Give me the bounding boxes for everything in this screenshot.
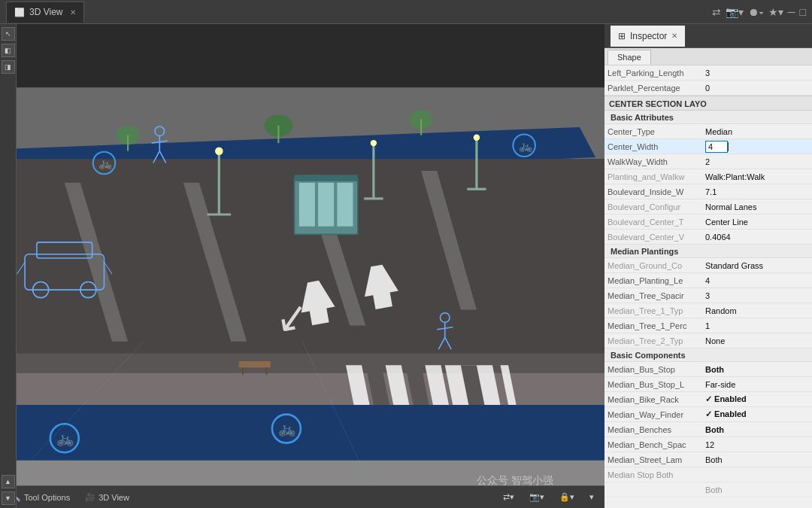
svg-point-45 <box>215 147 223 155</box>
prop-name: Center_Width <box>607 142 705 151</box>
prop-value: Random <box>705 306 809 315</box>
vp-down-btn[interactable]: ▾ <box>585 491 598 503</box>
prop-boulevard-inside-w[interactable]: Boulevard_Inside_W 7.1 <box>604 184 812 199</box>
prop-median-ground: Median_Ground_Co Standard Grass <box>604 258 812 273</box>
prop-center-width[interactable]: Center_Width 4 <box>604 139 812 154</box>
svg-rect-34 <box>299 183 315 227</box>
prop-value: Median <box>705 127 809 136</box>
prop-name: Median Stop Both <box>607 470 705 479</box>
shape-tab[interactable]: Shape <box>607 50 651 65</box>
prop-median-stop-both[interactable]: Median Stop Both <box>604 467 812 482</box>
camera-dropdown[interactable]: 📷▾ <box>726 6 744 18</box>
prop-value: None <box>705 336 809 345</box>
prop-name: Median_Bench_Spac <box>607 440 705 449</box>
basic-attributes-header: Basic Attributes <box>604 111 812 124</box>
prop-name: Median_Street_Lam <box>607 455 705 464</box>
tab-3d-view-label: 3D View <box>29 7 62 17</box>
viewport-3d[interactable]: ↖ ◧ ◨ ▲ ▼ <box>0 24 604 508</box>
scroll-down[interactable]: ▼ <box>2 491 15 505</box>
prop-median-way-finder[interactable]: Median_Way_Finder ✓ Enabled <box>604 407 812 422</box>
inspector-header: ⊞ Inspector ✕ <box>604 24 812 48</box>
prop-name: Median_Benches <box>607 425 705 434</box>
prop-name: Parklet_Percentage <box>607 84 705 93</box>
svg-text:🚲: 🚲 <box>278 420 296 437</box>
prop-value: 0.4064 <box>705 233 809 242</box>
prop-value: Both <box>705 455 809 464</box>
sync-icon[interactable]: ⇄ <box>712 6 721 18</box>
star-dropdown[interactable]: ★▾ <box>768 6 783 18</box>
median-plantings-header: Median Plantings <box>604 245 812 258</box>
prop-value: 1 <box>705 321 809 330</box>
close-inspector[interactable]: ✕ <box>671 32 677 40</box>
svg-rect-36 <box>337 183 353 227</box>
prop-both-extra[interactable]: Both <box>604 482 812 497</box>
minimize-btn[interactable]: ─ <box>788 6 795 18</box>
prop-name: Median_Bus_Stop <box>607 365 705 374</box>
prop-median-bus-stop-l[interactable]: Median_Bus_Stop_L Far-side <box>604 377 812 392</box>
prop-value: 3 <box>705 291 809 300</box>
prop-value: ✓ Enabled <box>705 394 809 404</box>
toggle-btn-2[interactable]: ◨ <box>2 60 15 74</box>
prop-name: Median_Tree_Spacir <box>607 291 705 300</box>
view3d-btn[interactable]: 🎥 3D View <box>80 491 134 503</box>
prop-value: Both <box>705 365 809 374</box>
prop-value: 12 <box>705 440 809 449</box>
prop-value: Walk:Plant:Walk <box>705 172 809 181</box>
left-toolbar: ↖ ◧ ◨ ▲ ▼ <box>0 24 17 508</box>
inspector-panel: ⊞ Inspector ✕ Shape Left_Parking_Length … <box>604 24 812 508</box>
prop-name: Left_Parking_Length <box>607 68 705 78</box>
prop-median-bench-spac[interactable]: Median_Bench_Spac 12 <box>604 437 812 452</box>
prop-name: Boulevard_Configur <box>607 202 705 211</box>
prop-median-tree-spacir[interactable]: Median_Tree_Spacir 3 <box>604 288 812 303</box>
prop-median-benches[interactable]: Median_Benches Both <box>604 422 812 437</box>
prop-value: Both <box>705 485 809 494</box>
svg-point-51 <box>474 135 480 141</box>
prop-parklet-percentage: Parklet_Percentage 0 <box>604 81 812 96</box>
prop-median-bus-stop[interactable]: Median_Bus_Stop Both <box>604 362 812 377</box>
prop-median-tree-1-typ: Median_Tree_1_Typ Random <box>604 303 812 318</box>
prop-name: Median_Planting_Le <box>607 276 705 285</box>
main-area: ↖ ◧ ◨ ▲ ▼ <box>0 24 812 508</box>
prop-name: Boulevard_Center_V <box>607 233 705 242</box>
svg-rect-68 <box>239 361 271 367</box>
vp-lock-btn[interactable]: 🔒▾ <box>555 491 579 503</box>
prop-name: Boulevard_Inside_W <box>607 187 705 196</box>
prop-value: 4 <box>705 141 809 153</box>
scroll-up[interactable]: ▲ <box>2 475 15 488</box>
road-scene-svg: ↙ 🚲 🚲 🚲 🚲 <box>0 24 604 508</box>
prop-name: WalkWay_Width <box>607 157 705 166</box>
prop-median-tree-1-perc[interactable]: Median_Tree_1_Perc 1 <box>604 318 812 333</box>
toggle-btn-1[interactable]: ◧ <box>2 44 15 57</box>
prop-value: Normal Lanes <box>705 202 809 211</box>
vp-sync-btn[interactable]: ⇄▾ <box>498 491 519 503</box>
svg-marker-19 <box>0 405 604 461</box>
prop-planting-walkway: Planting_and_Walkw Walk:Plant:Walk <box>604 169 812 184</box>
inspector-grid-icon: ⊞ <box>618 31 626 41</box>
svg-rect-33 <box>294 175 357 181</box>
svg-point-48 <box>371 140 377 146</box>
select-tool[interactable]: ↖ <box>2 27 15 41</box>
prop-median-street-lam[interactable]: Median_Street_Lam Both <box>604 452 812 467</box>
svg-rect-35 <box>318 183 334 227</box>
vp-camera-btn[interactable]: 📷▾ <box>525 491 549 503</box>
prop-value: 4 <box>705 276 809 285</box>
prop-name: Median_Tree_1_Typ <box>607 306 705 315</box>
prop-value: 2 <box>705 157 809 166</box>
prop-median-planting-le[interactable]: Median_Planting_Le 4 <box>604 273 812 288</box>
prop-value: 3 <box>705 68 809 78</box>
prop-center-type[interactable]: Center_Type Median <box>604 124 812 139</box>
inspector-content[interactable]: Left_Parking_Length 3 Parklet_Percentage… <box>604 65 812 508</box>
inspector-tab[interactable]: ⊞ Inspector ✕ <box>611 26 685 47</box>
maximize-btn[interactable]: □ <box>800 6 806 18</box>
prop-value: ✓ Enabled <box>705 409 809 419</box>
prop-value: 0 <box>705 84 809 93</box>
tab-controls: ⇄ 📷▾ ⏺▾ ★▾ ─ □ <box>712 6 806 18</box>
close-3d-view[interactable]: ✕ <box>70 8 76 17</box>
basic-components-header: Basic Components <box>604 348 812 362</box>
prop-walkway-width[interactable]: WalkWay_Width 2 <box>604 154 812 169</box>
record-dropdown[interactable]: ⏺▾ <box>748 6 764 18</box>
prop-median-bike-rack[interactable]: Median_Bike_Rack ✓ Enabled <box>604 392 812 407</box>
prop-boulevard-center-v: Boulevard_Center_V 0.4064 <box>604 230 812 245</box>
tab-3d-view[interactable]: ⬜ 3D View ✕ <box>6 2 84 23</box>
svg-text:🚲: 🚲 <box>519 139 533 153</box>
